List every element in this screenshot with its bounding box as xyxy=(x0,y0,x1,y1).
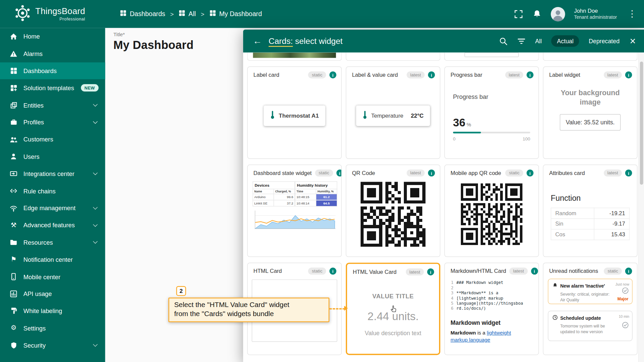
tutorial-callout: Select the "HTML Value Card" widget from… xyxy=(168,298,329,322)
sidebar-item-advanced-features[interactable]: ⚒ Advanced features xyxy=(0,217,105,234)
bell-icon xyxy=(552,282,558,290)
sidebar-item-label: Mobile center xyxy=(23,273,60,280)
sidebar-item-mobile-center[interactable]: Mobile center xyxy=(0,268,105,285)
info-icon[interactable]: i xyxy=(329,71,336,78)
notification-description: Tomorrow system will be updated to new v… xyxy=(560,323,610,335)
sidebar-item-dashboards[interactable]: Dashboards xyxy=(0,62,105,79)
folder-icon xyxy=(9,239,18,246)
shield-icon xyxy=(9,342,18,349)
chevron-down-icon xyxy=(93,119,98,124)
sidebar-item-settings[interactable]: ⚙ Settings xyxy=(0,319,105,337)
sidebar-item-security[interactable]: Security xyxy=(0,337,105,354)
partial-widget-card[interactable] xyxy=(247,53,342,61)
info-icon[interactable]: i xyxy=(527,170,534,177)
widget-card-progress-bar[interactable]: Progress bar latest i Progress bar 36% 0… xyxy=(444,66,539,159)
widget-card-label-value-card[interactable]: Label & value card latest i Temperature … xyxy=(346,66,440,159)
widget-card-markdown-html-card[interactable]: Markdown/HTML Card latest i 1### Markdow… xyxy=(444,263,539,355)
sidebar-item-white-labeling[interactable]: White labeling xyxy=(0,302,105,319)
sidebar-item-users[interactable]: Users xyxy=(0,148,105,165)
attributes-title: Function xyxy=(551,194,630,203)
widget-card-title: Attributes card xyxy=(549,170,585,176)
home-icon xyxy=(9,33,18,40)
user-avatar[interactable] xyxy=(551,7,565,21)
sidebar-item-notification-center[interactable]: ⚑ Notification center xyxy=(0,251,105,268)
sidebar-item-edge-management[interactable]: Edge management xyxy=(0,199,105,217)
notification-item: Scheduled update 10 min Tomorrow system … xyxy=(548,311,632,341)
sidebar-item-label: Settings xyxy=(23,324,46,331)
progress-min: 0 xyxy=(453,136,456,141)
breadcrumb-all[interactable]: All xyxy=(179,10,196,18)
partial-widget-card[interactable] xyxy=(543,53,638,61)
widget-card-qr-code[interactable]: QR Code latest i xyxy=(346,165,440,257)
thermometer-icon xyxy=(363,110,367,121)
sidebar-item-alarms[interactable]: Alarms xyxy=(0,45,105,62)
info-icon[interactable]: i xyxy=(625,170,632,177)
sidebar-item-customers[interactable]: Customers xyxy=(0,131,105,148)
info-icon[interactable]: i xyxy=(531,267,538,275)
partial-widget-card[interactable] xyxy=(346,53,440,61)
chevron-down-icon xyxy=(93,222,98,227)
info-icon[interactable]: i xyxy=(329,267,336,275)
search-icon[interactable] xyxy=(499,37,508,46)
widget-card-title: Mobile app QR code xyxy=(450,170,501,176)
sidebar-item-label: Solution templates xyxy=(23,84,74,92)
breadcrumb-my-dashboard[interactable]: My Dashboard xyxy=(209,10,262,18)
widget-card-label-card[interactable]: Label card static i Thermostat A1 xyxy=(247,66,342,159)
info-icon[interactable]: i xyxy=(336,170,341,177)
sidebar-item-resources[interactable]: Resources xyxy=(0,234,105,251)
widget-card-unread-notifications[interactable]: Unread notifications static i New alarm … xyxy=(543,263,638,355)
widget-card-label-widget[interactable]: Label widget latest i Your background im… xyxy=(543,66,638,159)
sidebar-item-solution-templates[interactable]: Solution templates NEW xyxy=(0,79,105,97)
filter-chip-actual[interactable]: Actual xyxy=(551,35,579,47)
partial-widget-card[interactable] xyxy=(444,53,539,61)
table-title: Humidity history xyxy=(295,182,337,189)
bundle-name[interactable]: Cards: xyxy=(269,36,293,47)
sidebar-item-label: Users xyxy=(23,153,40,160)
widget-card-dashboard-state[interactable]: Dashboard state widget static i Devices … xyxy=(247,165,342,257)
info-icon[interactable]: i xyxy=(527,71,534,78)
sidebar-item-rule-chains[interactable]: Rule chains xyxy=(0,182,105,199)
breadcrumb-label: Dashboards xyxy=(130,10,165,18)
widget-type-badge: latest xyxy=(407,71,425,78)
notifications-bell-icon[interactable] xyxy=(532,9,542,19)
fullscreen-icon[interactable] xyxy=(514,9,523,19)
templates-grid-icon xyxy=(9,84,18,92)
info-icon[interactable]: i xyxy=(428,71,435,78)
column-header: Time xyxy=(295,189,316,194)
notification-time: Just now xyxy=(615,282,629,286)
chevron-down-icon xyxy=(93,239,98,244)
user-info[interactable]: John Doe Tenant administrator xyxy=(574,7,617,21)
qr-code-image xyxy=(361,182,425,246)
sidebar-item-home[interactable]: Home xyxy=(0,28,105,45)
dialog-title: Cards: select widget xyxy=(269,36,343,46)
scrollbar-thumb[interactable] xyxy=(640,62,643,185)
info-icon[interactable]: i xyxy=(625,267,632,275)
widget-card-attributes-card[interactable]: Attributes card latest i Function Random… xyxy=(543,165,638,257)
sidebar-item-api-usage[interactable]: API usage xyxy=(0,285,105,302)
filter-chip-all[interactable]: All xyxy=(535,38,542,45)
filter-icon[interactable] xyxy=(517,37,526,46)
markdown-preview-paragraph: Markdown is a lightweight markup languag… xyxy=(450,329,529,343)
back-arrow-icon[interactable]: ← xyxy=(253,36,262,47)
close-icon[interactable]: × xyxy=(630,36,636,46)
attributes-table: Random -19.21 Sin -9.17 Cos 15.43 xyxy=(551,208,630,240)
value-title: VALUE TITLE xyxy=(347,293,439,300)
widget-type-badge: static xyxy=(505,170,523,177)
info-icon[interactable]: i xyxy=(625,71,632,78)
sidebar-item-entities[interactable]: Entities xyxy=(0,97,105,114)
filter-chip-deprecated[interactable]: Deprecated xyxy=(589,38,620,45)
info-icon[interactable]: i xyxy=(428,170,435,177)
sidebar-item-integrations-center[interactable]: Integrations center xyxy=(0,165,105,182)
dialog-scrollbar[interactable] xyxy=(638,53,644,362)
sidebar-item-label: Alarms xyxy=(23,50,43,57)
progress-title: Progress bar xyxy=(453,93,530,100)
breadcrumb-dashboards[interactable]: Dashboards xyxy=(120,10,165,18)
column-header: Humidity, % xyxy=(316,189,337,194)
widget-card-mobile-qr-code[interactable]: Mobile app QR code static i xyxy=(444,165,539,257)
brand[interactable]: ThingsBoard Professional xyxy=(0,4,105,23)
progress-unit: % xyxy=(467,122,471,128)
sidebar-item-profiles[interactable]: Profiles xyxy=(0,114,105,131)
kebab-menu-icon[interactable]: ⋮ xyxy=(626,9,638,19)
table-row: Cos 15.43 xyxy=(551,229,630,240)
info-icon[interactable]: i xyxy=(427,268,434,276)
